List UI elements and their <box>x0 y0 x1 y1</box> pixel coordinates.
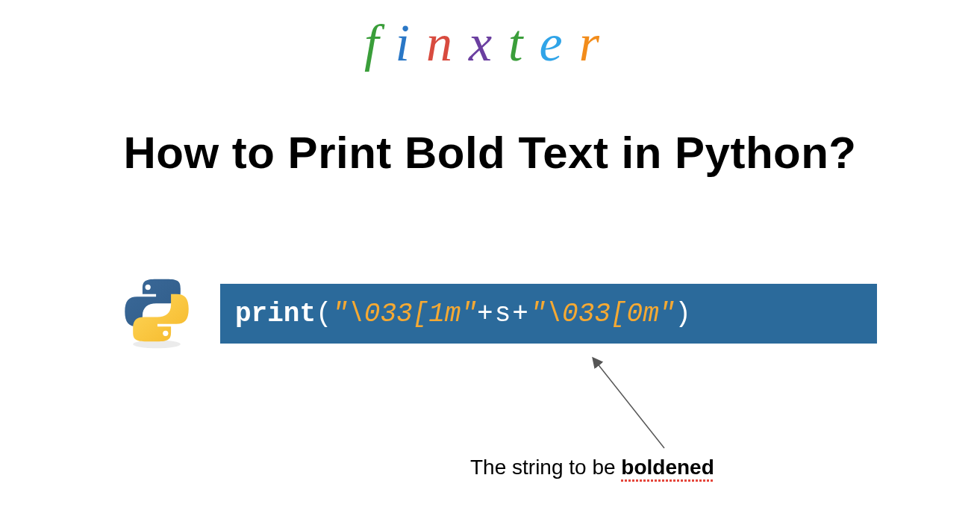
code-print-kw: print <box>235 299 316 329</box>
svg-line-3 <box>593 358 664 448</box>
title-post: Text in Python? <box>505 128 856 178</box>
annotation-pre: The string to be <box>470 456 621 479</box>
logo-letter-n: n <box>426 13 469 73</box>
page-title: How to Print Bold Text in Python? <box>124 127 857 178</box>
code-var-s: s <box>495 299 513 329</box>
code-block: print("\033[1m" + s + "\033[0m") <box>220 284 877 344</box>
brand-logo: finxter <box>364 13 616 73</box>
title-pre: How to Print <box>124 128 405 178</box>
annotation-bold: boldened <box>621 456 714 479</box>
python-logo-icon <box>119 273 194 355</box>
logo-letter-x: x <box>469 13 508 73</box>
annotation-text: The string to be boldened <box>470 456 714 479</box>
code-op-1: + <box>477 299 495 329</box>
logo-letter-e: e <box>540 13 579 73</box>
svg-point-1 <box>146 285 151 290</box>
code-string-2: "\033[0m" <box>530 299 675 329</box>
code-string-1: "\033[1m" <box>332 299 477 329</box>
logo-letter-t: t <box>508 13 539 73</box>
logo-letter-i: i <box>396 13 426 73</box>
logo-letter-f: f <box>364 13 395 73</box>
title-bold: Bold <box>405 128 505 178</box>
code-op-2: + <box>512 299 530 329</box>
code-paren-close: ) <box>675 299 691 329</box>
logo-letter-r: r <box>579 13 616 73</box>
svg-point-2 <box>163 331 168 336</box>
code-paren-open: ( <box>316 299 332 329</box>
annotation-arrow-icon <box>582 351 687 456</box>
